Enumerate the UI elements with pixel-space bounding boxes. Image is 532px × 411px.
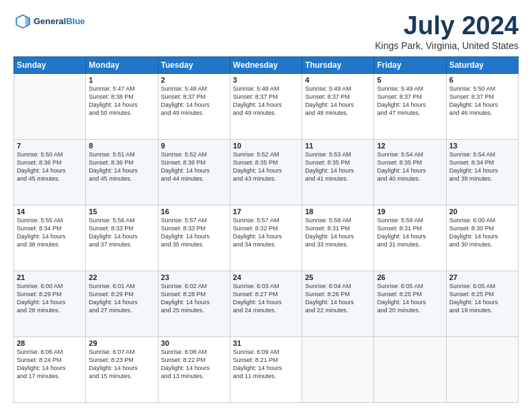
cell-info: Sunrise: 5:54 AM Sunset: 8:34 PM Dayligh…	[449, 150, 515, 183]
calendar-cell: 9Sunrise: 5:52 AM Sunset: 8:36 PM Daylig…	[158, 139, 230, 205]
calendar-cell: 28Sunrise: 6:06 AM Sunset: 8:24 PM Dayli…	[14, 336, 86, 402]
cell-info: Sunrise: 6:03 AM Sunset: 8:27 PM Dayligh…	[233, 282, 299, 315]
calendar-cell: 23Sunrise: 6:02 AM Sunset: 8:28 PM Dayli…	[158, 271, 230, 336]
cell-info: Sunrise: 5:54 AM Sunset: 8:35 PM Dayligh…	[377, 150, 443, 183]
calendar-cell: 24Sunrise: 6:03 AM Sunset: 8:27 PM Dayli…	[230, 271, 302, 336]
cell-info: Sunrise: 5:52 AM Sunset: 8:35 PM Dayligh…	[233, 150, 299, 183]
page: GeneralBlue July 2024 Kings Park, Virgin…	[0, 0, 532, 411]
day-number: 8	[89, 142, 154, 150]
calendar-cell: 10Sunrise: 5:52 AM Sunset: 8:35 PM Dayli…	[230, 139, 302, 205]
calendar-cell	[302, 336, 374, 402]
day-number: 31	[233, 339, 299, 347]
calendar-cell	[374, 336, 446, 402]
calendar-week-1: 1Sunrise: 5:47 AM Sunset: 8:38 PM Daylig…	[14, 73, 519, 139]
cell-info: Sunrise: 6:06 AM Sunset: 8:24 PM Dayligh…	[17, 348, 83, 381]
cell-info: Sunrise: 5:47 AM Sunset: 8:38 PM Dayligh…	[89, 85, 154, 118]
calendar-cell: 29Sunrise: 6:07 AM Sunset: 8:23 PM Dayli…	[86, 336, 158, 402]
day-number: 4	[305, 76, 371, 84]
calendar-cell: 17Sunrise: 5:57 AM Sunset: 8:32 PM Dayli…	[230, 205, 302, 271]
day-number: 13	[449, 142, 515, 150]
calendar-cell: 8Sunrise: 5:51 AM Sunset: 8:36 PM Daylig…	[86, 139, 158, 205]
cell-info: Sunrise: 5:48 AM Sunset: 8:37 PM Dayligh…	[161, 85, 227, 118]
day-number: 24	[233, 273, 299, 281]
cell-info: Sunrise: 5:57 AM Sunset: 8:33 PM Dayligh…	[161, 216, 227, 249]
calendar-table: SundayMondayTuesdayWednesdayThursdayFrid…	[13, 56, 519, 403]
title-block: July 2024 Kings Park, Virginia, United S…	[375, 12, 519, 51]
header-wednesday: Wednesday	[230, 56, 302, 73]
day-number: 18	[305, 208, 371, 216]
day-number: 10	[233, 142, 299, 150]
cell-info: Sunrise: 6:02 AM Sunset: 8:28 PM Dayligh…	[161, 282, 227, 315]
cell-info: Sunrise: 6:00 AM Sunset: 8:29 PM Dayligh…	[17, 282, 83, 315]
calendar-cell	[14, 73, 86, 139]
cell-info: Sunrise: 6:09 AM Sunset: 8:21 PM Dayligh…	[233, 348, 299, 381]
calendar-week-2: 7Sunrise: 5:50 AM Sunset: 8:36 PM Daylig…	[14, 139, 519, 205]
calendar-cell: 18Sunrise: 5:58 AM Sunset: 8:31 PM Dayli…	[302, 205, 374, 271]
logo-icon	[13, 12, 32, 31]
header-saturday: Saturday	[446, 56, 518, 73]
day-number: 19	[377, 208, 443, 216]
cell-info: Sunrise: 5:56 AM Sunset: 8:33 PM Dayligh…	[89, 216, 154, 249]
day-number: 3	[233, 76, 299, 84]
cell-info: Sunrise: 5:49 AM Sunset: 8:37 PM Dayligh…	[305, 85, 371, 118]
header: GeneralBlue July 2024 Kings Park, Virgin…	[13, 12, 519, 51]
cell-info: Sunrise: 5:57 AM Sunset: 8:32 PM Dayligh…	[233, 216, 299, 249]
day-number: 15	[89, 208, 154, 216]
cell-info: Sunrise: 5:53 AM Sunset: 8:35 PM Dayligh…	[305, 150, 371, 183]
cell-info: Sunrise: 6:08 AM Sunset: 8:22 PM Dayligh…	[161, 348, 227, 381]
day-number: 28	[17, 339, 83, 347]
calendar-week-4: 21Sunrise: 6:00 AM Sunset: 8:29 PM Dayli…	[14, 271, 519, 336]
calendar-cell: 31Sunrise: 6:09 AM Sunset: 8:21 PM Dayli…	[230, 336, 302, 402]
logo-line1: GeneralBlue	[34, 16, 85, 27]
cell-info: Sunrise: 5:50 AM Sunset: 8:36 PM Dayligh…	[17, 150, 83, 183]
calendar-cell: 16Sunrise: 5:57 AM Sunset: 8:33 PM Dayli…	[158, 205, 230, 271]
day-number: 20	[449, 208, 515, 216]
calendar-cell: 20Sunrise: 6:00 AM Sunset: 8:30 PM Dayli…	[446, 205, 518, 271]
cell-info: Sunrise: 6:07 AM Sunset: 8:23 PM Dayligh…	[89, 348, 154, 381]
calendar-cell: 21Sunrise: 6:00 AM Sunset: 8:29 PM Dayli…	[14, 271, 86, 336]
header-friday: Friday	[374, 56, 446, 73]
calendar-cell: 15Sunrise: 5:56 AM Sunset: 8:33 PM Dayli…	[86, 205, 158, 271]
cell-info: Sunrise: 6:01 AM Sunset: 8:29 PM Dayligh…	[89, 282, 154, 315]
day-number: 5	[377, 76, 443, 84]
day-number: 22	[89, 273, 154, 281]
day-number: 29	[89, 339, 154, 347]
cell-info: Sunrise: 5:52 AM Sunset: 8:36 PM Dayligh…	[161, 150, 227, 183]
header-tuesday: Tuesday	[158, 56, 230, 73]
calendar-cell: 6Sunrise: 5:50 AM Sunset: 8:37 PM Daylig…	[446, 73, 518, 139]
calendar-cell: 4Sunrise: 5:49 AM Sunset: 8:37 PM Daylig…	[302, 73, 374, 139]
day-number: 7	[17, 142, 83, 150]
cell-info: Sunrise: 5:48 AM Sunset: 8:37 PM Dayligh…	[233, 85, 299, 118]
calendar-cell: 26Sunrise: 6:05 AM Sunset: 8:25 PM Dayli…	[374, 271, 446, 336]
calendar-cell: 30Sunrise: 6:08 AM Sunset: 8:22 PM Dayli…	[158, 336, 230, 402]
month-title: July 2024	[375, 12, 519, 40]
day-number: 26	[377, 273, 443, 281]
cell-info: Sunrise: 6:00 AM Sunset: 8:30 PM Dayligh…	[449, 216, 515, 249]
day-number: 16	[161, 208, 227, 216]
calendar-cell: 22Sunrise: 6:01 AM Sunset: 8:29 PM Dayli…	[86, 271, 158, 336]
day-number: 9	[161, 142, 227, 150]
calendar-cell: 25Sunrise: 6:04 AM Sunset: 8:26 PM Dayli…	[302, 271, 374, 336]
header-monday: Monday	[86, 56, 158, 73]
calendar-cell: 14Sunrise: 5:55 AM Sunset: 8:34 PM Dayli…	[14, 205, 86, 271]
day-number: 1	[89, 76, 154, 84]
cell-info: Sunrise: 5:59 AM Sunset: 8:31 PM Dayligh…	[377, 216, 443, 249]
day-number: 23	[161, 273, 227, 281]
calendar-header-row: SundayMondayTuesdayWednesdayThursdayFrid…	[14, 56, 519, 73]
calendar-cell	[446, 336, 518, 402]
calendar-cell: 11Sunrise: 5:53 AM Sunset: 8:35 PM Dayli…	[302, 139, 374, 205]
calendar-cell: 19Sunrise: 5:59 AM Sunset: 8:31 PM Dayli…	[374, 205, 446, 271]
day-number: 2	[161, 76, 227, 84]
calendar-week-5: 28Sunrise: 6:06 AM Sunset: 8:24 PM Dayli…	[14, 336, 519, 402]
calendar-cell: 12Sunrise: 5:54 AM Sunset: 8:35 PM Dayli…	[374, 139, 446, 205]
calendar-cell: 1Sunrise: 5:47 AM Sunset: 8:38 PM Daylig…	[86, 73, 158, 139]
header-sunday: Sunday	[14, 56, 86, 73]
day-number: 12	[377, 142, 443, 150]
cell-info: Sunrise: 5:58 AM Sunset: 8:31 PM Dayligh…	[305, 216, 371, 249]
day-number: 27	[449, 273, 515, 281]
day-number: 21	[17, 273, 83, 281]
day-number: 6	[449, 76, 515, 84]
day-number: 25	[305, 273, 371, 281]
cell-info: Sunrise: 6:04 AM Sunset: 8:26 PM Dayligh…	[305, 282, 371, 315]
calendar-cell: 13Sunrise: 5:54 AM Sunset: 8:34 PM Dayli…	[446, 139, 518, 205]
